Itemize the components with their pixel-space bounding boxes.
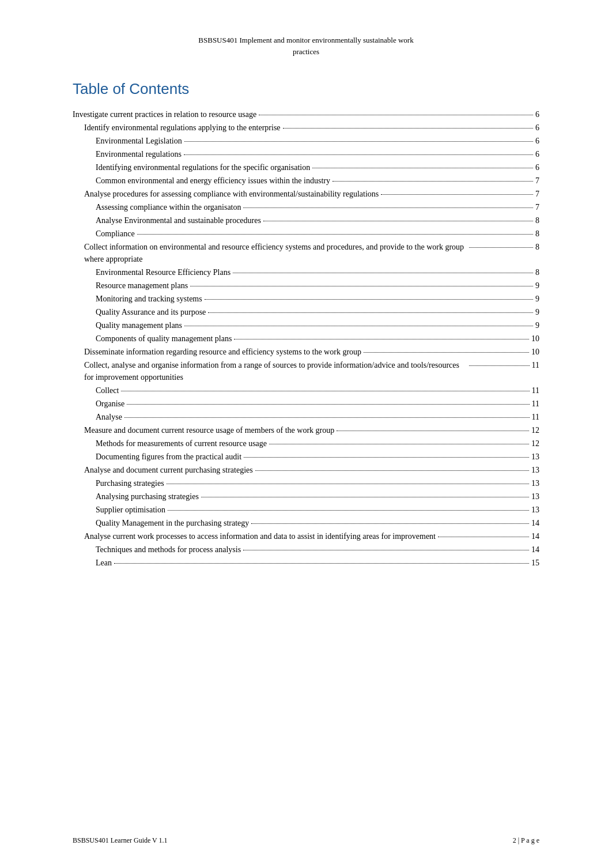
- toc-entry-text: Analyse current work processes to access…: [84, 530, 436, 542]
- toc-entry: Components of quality management plans10: [73, 333, 539, 345]
- page: BSBSUS401 Implement and monitor environm…: [0, 0, 612, 868]
- header-line2: practices: [293, 47, 319, 56]
- toc-dots: [124, 417, 530, 418]
- toc-dots: [201, 497, 529, 497]
- toc-entry: Purchasing strategies13: [73, 477, 539, 489]
- toc-entry-text: Environmental Resource Efficiency Plans: [96, 266, 231, 278]
- toc-entry: Lean15: [73, 557, 539, 569]
- toc-entry-text: Assessing compliance within the organisa…: [96, 201, 241, 213]
- toc-entry: Analyse Environmental and sustainable pr…: [73, 214, 539, 227]
- toc-dots: [168, 510, 529, 511]
- toc-entry-text: Identifying environmental regulations fo…: [96, 161, 310, 173]
- toc-dots: [243, 207, 533, 208]
- toc-entry: Environmental Legislation6: [73, 135, 539, 147]
- toc-entry-page: 7: [535, 176, 539, 186]
- toc-dots: [269, 444, 529, 444]
- toc-entry-page: 11: [532, 361, 539, 370]
- toc-entry: Analyse and document current purchasing …: [73, 464, 539, 476]
- toc-entry-page: 8: [535, 216, 539, 225]
- toc-body: Investigate current practices in relatio…: [73, 108, 539, 569]
- footer-right: 2 | P a g e: [513, 836, 539, 845]
- toc-entry: Collect information on environmental and…: [73, 241, 539, 265]
- toc-entry-page: 13: [531, 505, 539, 515]
- toc-entry: Identify environmental regulations apply…: [73, 122, 539, 134]
- toc-entry-page: 6: [535, 137, 539, 146]
- toc-entry: Organise11: [73, 398, 539, 410]
- toc-dots: [114, 563, 529, 564]
- toc-entry-text: Analyse Environmental and sustainable pr…: [96, 214, 261, 227]
- toc-entry-page: 13: [531, 452, 539, 462]
- toc-entry-text: Quality management plans: [96, 319, 182, 331]
- toc-entry-text: Techniques and methods for process analy…: [96, 544, 241, 556]
- toc-entry: Techniques and methods for process analy…: [73, 544, 539, 556]
- toc-entry: Collect11: [73, 384, 539, 397]
- toc-entry-text: Analyse and document current purchasing …: [84, 464, 253, 476]
- header-line1: BSBSUS401 Implement and monitor environm…: [198, 36, 413, 44]
- toc-entry: Resource management plans9: [73, 280, 539, 292]
- toc-entry: Supplier optimisation13: [73, 504, 539, 516]
- toc-entry-page: 12: [531, 426, 539, 435]
- toc-entry-text: Resource management plans: [96, 280, 188, 292]
- toc-entry-text: Quality Assurance and its purpose: [96, 306, 206, 318]
- toc-entry-page: 6: [535, 163, 539, 172]
- toc-entry-text: Analyse: [96, 411, 122, 423]
- toc-entry-text: Organise: [96, 398, 124, 410]
- toc-entry-text: Components of quality management plans: [96, 333, 232, 345]
- toc-entry-page: 11: [532, 386, 539, 395]
- toc-dots: [234, 339, 529, 339]
- toc-entry-page: 8: [535, 229, 539, 239]
- toc-entry-page: 6: [535, 123, 539, 133]
- toc-entry-page: 14: [531, 545, 539, 554]
- toc-entry: Methods for measurements of current reso…: [73, 437, 539, 450]
- toc-dots: [137, 234, 533, 235]
- toc-entry: Common environmental and energy efficien…: [73, 175, 539, 187]
- toc-entry-text: Documenting figures from the practical a…: [96, 451, 241, 463]
- toc-entry-text: Quality Management in the purchasing str…: [96, 517, 249, 529]
- page-footer: BSBSUS401 Learner Guide V 1.1 2 | P a g …: [73, 836, 539, 845]
- toc-dots: [469, 365, 530, 366]
- toc-entry: Environmental Resource Efficiency Plans8: [73, 266, 539, 278]
- toc-entry-page: 13: [531, 479, 539, 488]
- toc-entry-page: 10: [531, 334, 539, 344]
- toc-entry-text: Collect: [96, 384, 119, 397]
- toc-dots: [438, 537, 529, 537]
- toc-dots: [243, 550, 529, 550]
- toc-entry-page: 12: [531, 439, 539, 448]
- toc-dots: [364, 352, 529, 353]
- toc-entry-text: Analyse procedures for assessing complia…: [84, 188, 379, 200]
- toc-entry-page: 6: [535, 110, 539, 119]
- toc-entry-page: 15: [531, 558, 539, 568]
- toc-entry: Quality Assurance and its purpose9: [73, 306, 539, 318]
- toc-entry-page: 10: [531, 348, 539, 357]
- toc-entry-page: 7: [535, 190, 539, 199]
- toc-dots: [263, 221, 533, 221]
- toc-entry: Analyse procedures for assessing complia…: [73, 188, 539, 200]
- toc-dots: [283, 128, 533, 129]
- toc-dots: [184, 154, 533, 155]
- toc-entry-page: 11: [532, 413, 539, 422]
- toc-dots: [255, 470, 529, 471]
- document-header: BSBSUS401 Implement and monitor environm…: [73, 35, 539, 57]
- toc-entry-text: Supplier optimisation: [96, 504, 165, 516]
- toc-entry-text: Environmental Legislation: [96, 135, 182, 147]
- footer-left: BSBSUS401 Learner Guide V 1.1: [73, 836, 168, 845]
- toc-entry-page: 8: [535, 243, 539, 252]
- toc-dots: [184, 326, 533, 326]
- toc-entry-text: Purchasing strategies: [96, 477, 164, 489]
- toc-entry-text: Identify environmental regulations apply…: [84, 122, 281, 134]
- toc-entry: Documenting figures from the practical a…: [73, 451, 539, 463]
- toc-dots: [312, 168, 533, 168]
- toc-entry-text: Monitoring and tracking systems: [96, 293, 202, 305]
- toc-dots: [184, 141, 533, 142]
- toc-entry-page: 6: [535, 150, 539, 159]
- toc-entry-text: Lean: [96, 557, 112, 569]
- toc-entry-page: 13: [531, 466, 539, 475]
- toc-entry: Identifying environmental regulations fo…: [73, 161, 539, 173]
- toc-entry-page: 14: [531, 519, 539, 528]
- toc-entry: Investigate current practices in relatio…: [73, 108, 539, 120]
- toc-entry-page: 13: [531, 492, 539, 501]
- toc-entry-text: Measure and document current resource us…: [84, 424, 334, 436]
- toc-dots: [208, 312, 533, 313]
- toc-title: Table of Contents: [73, 80, 539, 98]
- toc-entry-page: 8: [535, 268, 539, 277]
